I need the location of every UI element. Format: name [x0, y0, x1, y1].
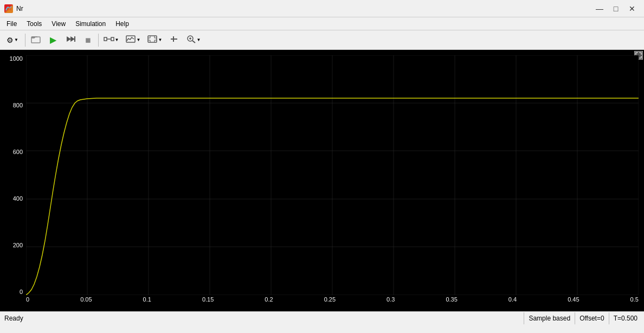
plot-container: 1000 800 600 400 200 0 — [0, 50, 644, 311]
x-label-035: 0.35 — [446, 296, 457, 303]
menu-simulation[interactable]: Simulation — [71, 18, 110, 30]
menu-file[interactable]: File — [2, 18, 21, 30]
svg-rect-1 — [31, 36, 35, 38]
svg-rect-5 — [104, 37, 107, 41]
menu-help[interactable]: Help — [111, 18, 133, 30]
scope-button[interactable]: ▼ — [123, 33, 143, 48]
plot-svg — [26, 55, 639, 295]
gear-icon: ⚙ — [7, 36, 14, 44]
x-label-025: 0.25 — [324, 296, 336, 303]
svg-rect-6 — [111, 37, 114, 41]
zoom-icon — [186, 35, 196, 45]
menubar: File Tools View Simulation Help — [0, 17, 644, 30]
dropdown-arrow-icon-3: ▼ — [137, 37, 141, 42]
link-button[interactable] — [166, 33, 182, 48]
model-settings-button[interactable]: ▼ — [101, 33, 121, 48]
minimize-button[interactable]: — — [592, 3, 607, 15]
y-axis-labels: 1000 800 600 400 200 0 — [0, 55, 25, 295]
x-label-0: 0 — [26, 296, 29, 303]
titlebar-left: Nr — [4, 4, 23, 13]
offset-label: Offset=0 — [575, 312, 608, 324]
toolbar-separator-1 — [25, 34, 25, 47]
fit-view-button[interactable]: ▼ — [144, 33, 165, 48]
x-label-03: 0.3 — [387, 296, 395, 303]
titlebar: Nr — □ ✕ — [0, 0, 644, 17]
step-forward-button[interactable] — [62, 33, 79, 48]
stop-icon: ◼ — [85, 36, 91, 44]
zoom-button[interactable]: ▼ — [183, 33, 204, 48]
dropdown-arrow-icon-5: ▼ — [197, 37, 201, 42]
x-label-045: 0.45 — [568, 296, 579, 303]
app-icon — [4, 4, 13, 13]
open-icon — [31, 35, 41, 45]
dropdown-arrow-icon-4: ▼ — [158, 37, 163, 42]
toolbar-separator-2 — [98, 34, 99, 47]
menu-view[interactable]: View — [47, 18, 70, 30]
settings-button[interactable]: ⚙ ▼ — [2, 33, 23, 48]
titlebar-controls: — □ ✕ — [592, 3, 640, 15]
svg-rect-4 — [74, 36, 75, 42]
x-label-02: 0.2 — [265, 296, 273, 303]
toolbar: ⚙ ▼ ▶ ◼ — [0, 30, 644, 50]
svg-line-19 — [192, 41, 195, 43]
fit-icon — [147, 35, 158, 45]
y-label-0: 0 — [0, 289, 25, 295]
open-button[interactable] — [28, 33, 44, 48]
play-icon: ▶ — [50, 35, 56, 45]
y-label-800: 800 — [0, 102, 25, 108]
x-label-05: 0.5 — [630, 296, 639, 303]
link-icon — [169, 35, 179, 45]
y-label-600: 600 — [0, 149, 25, 155]
x-label-015: 0.15 — [202, 296, 214, 303]
maximize-button[interactable]: □ — [608, 3, 623, 15]
sample-based-label: Sample based — [524, 312, 575, 324]
menu-tools[interactable]: Tools — [22, 18, 46, 30]
time-label: T=0.500 — [609, 312, 642, 324]
step-forward-icon — [66, 35, 75, 45]
titlebar-title: Nr — [16, 5, 23, 12]
svg-marker-2 — [67, 36, 71, 42]
close-button[interactable]: ✕ — [624, 3, 640, 15]
status-right: Sample based Offset=0 T=0.500 — [524, 312, 642, 324]
x-label-01: 0.1 — [143, 296, 151, 303]
y-label-200: 200 — [0, 242, 25, 248]
scope-icon — [125, 35, 136, 45]
status-ready-label: Ready — [2, 315, 524, 322]
svg-rect-9 — [148, 36, 157, 42]
svg-marker-3 — [70, 36, 75, 42]
run-button[interactable]: ▶ — [45, 33, 61, 48]
dropdown-arrow-icon-2: ▼ — [115, 37, 119, 42]
stop-button[interactable]: ◼ — [80, 33, 96, 48]
statusbar: Ready Sample based Offset=0 T=0.500 — [0, 311, 644, 324]
x-label-005: 0.05 — [80, 296, 92, 303]
model-icon — [104, 35, 114, 45]
y-label-400: 400 — [0, 195, 25, 202]
x-axis-labels: 0 0.05 0.1 0.15 0.2 0.25 0.3 0.35 0.4 0.… — [26, 296, 639, 310]
plot-area[interactable] — [26, 55, 639, 295]
x-label-04: 0.4 — [508, 296, 517, 303]
dropdown-arrow-icon: ▼ — [14, 37, 18, 42]
y-label-1000: 1000 — [0, 55, 25, 62]
